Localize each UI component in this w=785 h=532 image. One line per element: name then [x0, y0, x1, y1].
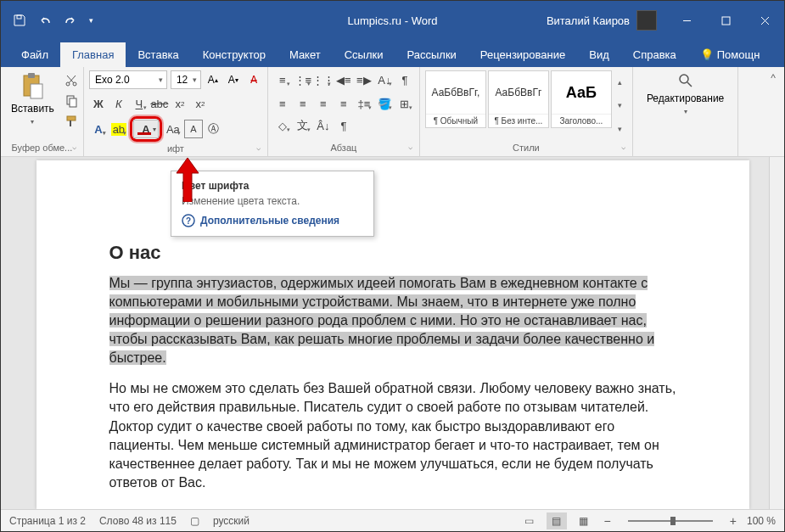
save-icon[interactable] [13, 14, 26, 27]
font-size-select[interactable]: 12 [171, 70, 201, 89]
group-styles: АаБбВвГг, ¶ Обычный АаБбВвГг ¶ Без инте.… [420, 67, 633, 156]
status-language[interactable]: русский [213, 515, 250, 527]
heading[interactable]: О нас [109, 242, 681, 264]
minimize-button[interactable] [667, 1, 706, 40]
tab-help[interactable]: Справка [621, 42, 688, 67]
subscript-button[interactable]: x2 [171, 94, 189, 113]
svg-rect-2 [722, 17, 730, 25]
tab-home[interactable]: Главная [60, 42, 126, 67]
cut-icon[interactable] [64, 74, 78, 87]
undo-icon[interactable] [38, 14, 52, 27]
redo-icon[interactable] [64, 14, 77, 27]
asian-layout-button[interactable]: 文 [294, 116, 312, 135]
decrease-indent-button[interactable]: ◀≡ [334, 70, 353, 89]
tab-insert[interactable]: Вставка [126, 42, 190, 67]
copy-icon[interactable] [64, 94, 78, 108]
status-words[interactable]: Слово 48 из 115 [99, 515, 177, 527]
show-marks-button[interactable]: ¶ [395, 70, 414, 89]
group-editing: Редактирование ▾ . [633, 67, 738, 156]
italic-button[interactable]: К [109, 94, 128, 113]
change-case-button[interactable]: Aa [164, 120, 182, 138]
status-proofing-icon[interactable]: ▢ [190, 515, 199, 527]
justify-button[interactable]: ≡ [334, 94, 353, 113]
strikethrough-button[interactable]: abc [150, 94, 169, 113]
group-label-font: ифт [89, 142, 262, 155]
align-left-button[interactable]: ≡ [273, 94, 292, 113]
fill-button[interactable]: ◇ [273, 116, 292, 135]
style-normal[interactable]: АаБбВвГг, ¶ Обычный [425, 70, 486, 128]
bullets-button[interactable]: ≡ [273, 70, 292, 89]
view-read-button[interactable]: ▭ [519, 512, 540, 529]
tab-review[interactable]: Рецензирование [468, 42, 577, 67]
pilcrow-button[interactable]: ¶ [334, 116, 353, 135]
paragraph-1[interactable]: Мы — группа энтузиастов, одержимых идеей… [109, 274, 681, 367]
tooltip-more-link[interactable]: ? Дополнительные сведения [182, 214, 363, 227]
svg-rect-0 [17, 15, 21, 19]
paragraph-2[interactable]: Но мы не сможем это сделать без Вашей об… [109, 379, 681, 491]
svg-point-11 [680, 75, 688, 83]
shrink-font-button[interactable]: A▾ [225, 70, 242, 89]
zoom-in-button[interactable]: + [726, 514, 740, 528]
avatar[interactable] [636, 10, 657, 31]
view-web-button[interactable]: ▦ [574, 512, 594, 529]
group-label-clipboard: Буфер обме... [6, 141, 78, 154]
style-no-spacing[interactable]: АаБбВвГг ¶ Без инте... [488, 70, 549, 128]
styles-more-button[interactable]: ▴▾▾ [614, 70, 627, 141]
bold-button[interactable]: Ж [89, 94, 108, 113]
ribbon-tabs: Файл Главная Вставка Конструктор Макет С… [1, 40, 784, 67]
underline-button[interactable]: Ч [130, 94, 149, 113]
find-icon[interactable] [677, 72, 694, 89]
tab-view[interactable]: Вид [577, 42, 621, 67]
callout-arrow [175, 158, 200, 205]
font-color-button[interactable]: A [133, 120, 159, 138]
grow-font-button[interactable]: A▴ [205, 70, 221, 89]
align-center-button[interactable]: ≡ [294, 94, 312, 113]
tab-tell-me[interactable]: 💡Помощн [688, 42, 772, 67]
tab-mailings[interactable]: Рассылки [395, 42, 468, 67]
increase-indent-button[interactable]: ≡▶ [355, 70, 373, 89]
sort-2-button[interactable]: Â↓ [314, 116, 333, 135]
paste-button[interactable]: Вставить ▾ [6, 70, 59, 127]
status-page[interactable]: Страница 1 из 2 [9, 515, 86, 527]
format-painter-icon[interactable] [64, 115, 78, 128]
line-spacing-button[interactable]: ‡≡ [355, 94, 373, 113]
account-area[interactable]: Виталий Каиров [547, 10, 657, 31]
zoom-level[interactable]: 100 % [747, 515, 776, 527]
style-heading[interactable]: АаБ Заголово... [551, 70, 612, 128]
group-font: Exo 2.0 12 A▴ A▾ A̶ Ж К Ч abc x2 x2 A ab… [84, 67, 268, 156]
font-name-select[interactable]: Exo 2.0 [89, 70, 167, 89]
group-label-paragraph: Абзац [273, 141, 414, 154]
group-paragraph: ≡ ⋮≡ ⋮⋮ ◀≡ ≡▶ A↓ ¶ ≡ ≡ ≡ ≡ ‡≡ 🪣 ⊞ ◇ 文 Â↓ [268, 67, 420, 156]
borders-button[interactable]: ⊞ [395, 94, 414, 113]
view-print-button[interactable]: ▤ [547, 512, 567, 529]
title-bar: ▾ Lumpics.ru - Word Виталий Каиров [1, 1, 784, 40]
tab-design[interactable]: Конструктор [191, 42, 278, 67]
close-button[interactable] [745, 1, 784, 40]
qa-dropdown[interactable]: ▾ [89, 16, 93, 25]
zoom-slider[interactable] [628, 520, 713, 522]
tab-layout[interactable]: Макет [278, 42, 333, 67]
tab-file[interactable]: Файл [9, 42, 60, 67]
sort-button[interactable]: A↓ [375, 70, 394, 89]
text-effects-button[interactable]: A [89, 120, 108, 138]
multilevel-button[interactable]: ⋮⋮ [314, 70, 333, 89]
enclose-chars-button[interactable]: Ⓐ [205, 120, 223, 138]
numbering-button[interactable]: ⋮≡ [294, 70, 312, 89]
char-border-button[interactable]: A [184, 120, 203, 138]
maximize-button[interactable] [706, 1, 745, 40]
superscript-button[interactable]: x2 [191, 94, 210, 113]
align-right-button[interactable]: ≡ [314, 94, 333, 113]
tab-share[interactable]: 👤Поделиться [771, 42, 785, 67]
user-name: Виталий Каиров [547, 14, 630, 27]
document-area[interactable]: О нас Мы — группа энтузиастов, одержимых… [1, 157, 784, 509]
editing-label[interactable]: Редактирование [647, 92, 724, 104]
clear-formatting-button[interactable]: A̶ [245, 70, 262, 89]
document-title: Lumpics.ru - Word [348, 14, 438, 27]
group-clipboard: Вставить ▾ Буфер обме... [1, 67, 84, 156]
highlight-button[interactable]: ab [109, 120, 128, 138]
tab-references[interactable]: Ссылки [333, 42, 395, 67]
shading-button[interactable]: 🪣 [375, 94, 394, 113]
collapse-ribbon-icon[interactable]: ^ [771, 72, 776, 84]
zoom-out-button[interactable]: − [601, 514, 614, 528]
tooltip-font-color: Цвет шрифта Изменение цвета текста. ? До… [171, 171, 374, 237]
